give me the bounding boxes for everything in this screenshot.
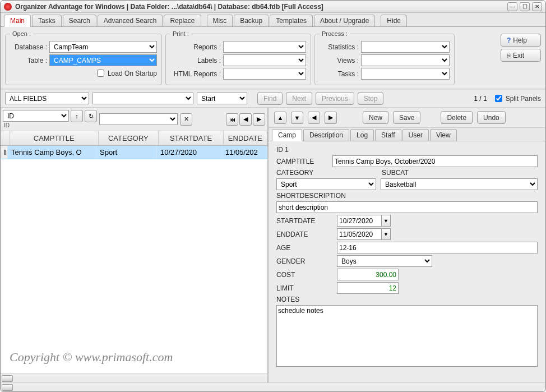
field-select[interactable]: ALL FIELDS — [5, 93, 89, 104]
next-button[interactable]: Next — [286, 92, 312, 105]
help-icon: ? — [507, 36, 511, 44]
table-select[interactable]: CAMP_CAMPS — [49, 54, 157, 66]
filter-value-select[interactable] — [92, 93, 193, 104]
bottom-hscroll[interactable] — [1, 382, 545, 391]
gender-select[interactable]: Boys — [337, 255, 432, 267]
cost-input[interactable] — [337, 269, 399, 280]
notes-textarea[interactable] — [276, 305, 538, 367]
tab-tasks[interactable]: Tasks — [32, 15, 62, 26]
startdate-picker-button[interactable]: ▼ — [382, 215, 391, 227]
database-select[interactable]: CampTeam — [49, 41, 157, 53]
shortdesc-label: SHORTDESCRIPTION — [276, 192, 346, 200]
exit-icon: ⎘ — [507, 52, 511, 59]
collapse-up-button[interactable]: ▲ — [274, 112, 286, 124]
help-button[interactable]: ?Help — [501, 34, 541, 47]
tab-search[interactable]: Search — [63, 15, 96, 26]
category-select[interactable]: Sport — [276, 178, 376, 190]
previous-button[interactable]: Previous — [316, 92, 354, 105]
maximize-button[interactable]: ☐ — [520, 2, 530, 11]
titlebar: Organizer Advantage for Windows | Data F… — [1, 1, 545, 13]
labels-select[interactable] — [223, 54, 306, 66]
tab-hide[interactable]: Hide — [381, 15, 407, 26]
stats-label: Statistics : — [320, 43, 359, 51]
right-toolbar: ▲ ▼ ◀ ▶ New Save Delete Undo — [269, 108, 545, 128]
reports-select[interactable] — [223, 41, 306, 53]
sort-asc-button[interactable]: ↑ — [71, 110, 83, 122]
camptitle-input[interactable] — [332, 155, 538, 167]
close-button[interactable]: ✕ — [532, 2, 542, 11]
detail-tab-camp[interactable]: Camp — [272, 129, 302, 141]
limit-input[interactable] — [337, 282, 399, 294]
age-label: AGE — [276, 244, 332, 252]
start-mode-select[interactable]: Start — [197, 93, 247, 104]
save-button[interactable]: Save — [393, 111, 420, 124]
col-enddate[interactable]: ENDDATE — [224, 131, 267, 145]
cell-startdate: 10/27/2020 — [157, 146, 222, 159]
main-tabbar: Main Tasks Search Advanced Search Replac… — [1, 13, 545, 27]
detail-tab-staff[interactable]: Staff — [375, 129, 401, 141]
nav-first-button[interactable]: ⏮ — [226, 113, 238, 126]
delete-button[interactable]: Delete — [441, 111, 473, 124]
procTasks-select[interactable] — [361, 68, 450, 80]
grid-header: CAMPTITLE CATEGORY STARTDATE ENDDATE — [1, 131, 267, 146]
stats-select[interactable] — [361, 41, 450, 53]
col-startdate[interactable]: STARTDATE — [159, 131, 224, 145]
col-category[interactable]: CATEGORY — [99, 131, 159, 145]
enddate-input[interactable] — [337, 228, 382, 240]
tab-advanced-search[interactable]: Advanced Search — [98, 15, 163, 26]
nav-next-button[interactable]: ▶ — [253, 113, 265, 126]
move-left-button[interactable]: ◀ — [308, 112, 320, 124]
move-right-button[interactable]: ▶ — [325, 112, 337, 124]
nav-prev-button[interactable]: ◀ — [239, 113, 252, 126]
watermark: Copyright © www.primasoft.com — [10, 350, 173, 365]
app-icon — [4, 3, 12, 11]
expand-down-button[interactable]: ▼ — [291, 112, 303, 124]
tab-main[interactable]: Main — [4, 15, 31, 27]
undo-button[interactable]: Undo — [477, 111, 506, 124]
sort1-select[interactable]: ID — [3, 110, 69, 122]
startdate-input[interactable] — [337, 215, 382, 227]
detail-tab-description[interactable]: Description — [303, 129, 349, 141]
find-button[interactable]: Find — [257, 92, 283, 105]
tab-about[interactable]: About / Upgrade — [314, 15, 375, 26]
col-camptitle[interactable]: CAMPTITLE — [10, 131, 99, 145]
tab-backup[interactable]: Backup — [234, 15, 269, 26]
views-select[interactable] — [361, 54, 450, 66]
enddate-picker-button[interactable]: ▼ — [382, 228, 391, 240]
tab-replace[interactable]: Replace — [164, 15, 201, 26]
subcat-label: SUBCAT — [382, 169, 409, 177]
grid-body[interactable]: I Tennis Camp Boys, O Sport 10/27/2020 1… — [1, 146, 267, 373]
sort1-label: ID — [3, 122, 97, 128]
id-value: 1 — [285, 146, 289, 154]
shortdesc-input[interactable] — [276, 201, 538, 213]
window-title: Organizer Advantage for Windows | Data F… — [15, 3, 323, 11]
new-button[interactable]: New — [363, 111, 388, 124]
cost-label: COST — [276, 271, 332, 279]
sort2-select[interactable] — [99, 113, 178, 125]
left-hscroll[interactable] — [1, 373, 267, 382]
exit-button[interactable]: ⎘Exit — [501, 49, 541, 62]
enddate-label: ENDDATE — [276, 230, 332, 238]
clear-sort-button[interactable]: ✕ — [180, 113, 192, 126]
stop-button[interactable]: Stop — [358, 92, 384, 105]
print-group: Print : Reports : Labels : HTML Reports … — [165, 30, 311, 85]
row-marker: I — [1, 146, 8, 159]
table-row[interactable]: I Tennis Camp Boys, O Sport 10/27/2020 1… — [1, 146, 267, 159]
sort-refresh-button[interactable]: ↻ — [85, 110, 97, 122]
age-input[interactable] — [337, 242, 538, 253]
detail-tab-view[interactable]: View — [430, 129, 457, 141]
detail-tab-log[interactable]: Log — [350, 129, 374, 141]
right-pane: ▲ ▼ ◀ ▶ New Save Delete Undo Camp Descri… — [269, 108, 545, 382]
tab-templates[interactable]: Templates — [270, 15, 313, 26]
tab-misc[interactable]: Misc — [207, 15, 233, 26]
minimize-button[interactable]: — — [507, 2, 517, 11]
detail-tab-user[interactable]: User — [402, 129, 429, 141]
process-legend: Process : — [320, 30, 350, 37]
split-panels-check[interactable]: Split Panels — [493, 93, 541, 104]
subcat-select[interactable]: Basketball — [381, 178, 538, 190]
left-pane: ID ↑ ↻ ID ✕ ⏮ ◀ ▶ CAMPTITLE CATEGORY — [1, 108, 269, 382]
html-select[interactable] — [223, 68, 306, 80]
load-on-startup-check[interactable]: Load On Startup — [95, 68, 157, 79]
process-group: Process : Statistics : Views : Tasks : — [314, 30, 455, 85]
split-pane: ID ↑ ↻ ID ✕ ⏮ ◀ ▶ CAMPTITLE CATEGORY — [1, 108, 545, 382]
